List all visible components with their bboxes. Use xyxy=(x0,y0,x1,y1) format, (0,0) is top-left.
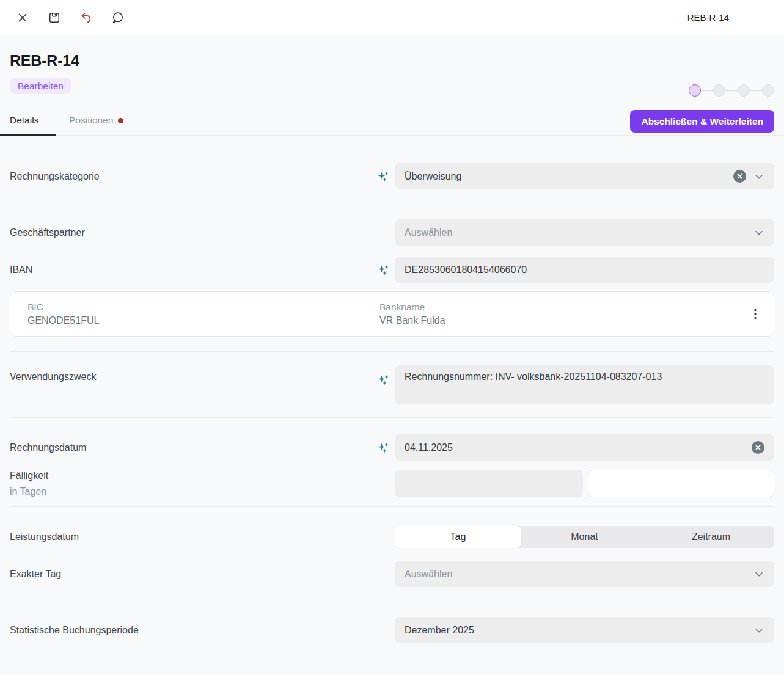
save-button[interactable] xyxy=(48,11,61,24)
iban-input[interactable]: DE28530601804154066070 xyxy=(395,257,774,283)
stepper-step-3[interactable] xyxy=(738,84,750,97)
stepper-connector xyxy=(701,90,713,91)
exakter-tag-label: Exakter Tag xyxy=(10,569,395,580)
section-datum: Rechnungsdatum 04.11.2025 Fälligkeit in … xyxy=(10,418,774,507)
ai-sparkle-icon xyxy=(378,265,389,275)
clear-x-icon xyxy=(755,445,761,450)
bankname-label: Bankname xyxy=(379,301,445,314)
tab-details[interactable]: Details xyxy=(0,109,56,136)
section-buchungsperiode: Statistische Buchungsperiode Dezember 20… xyxy=(10,602,774,643)
bic-label: BIC xyxy=(27,301,379,314)
clear-button[interactable] xyxy=(752,441,764,454)
section-rechnungskategorie: Rechnungskategorie Überweisung xyxy=(10,136,774,203)
chevron-down-icon xyxy=(753,171,764,182)
segment-tag[interactable]: Tag xyxy=(395,526,521,548)
faelligkeit-label-block: Fälligkeit in Tagen xyxy=(10,470,395,497)
segment-zeitraum[interactable]: Zeitraum xyxy=(648,526,774,548)
chevron-down-icon xyxy=(753,227,764,238)
top-toolbar: REB-R-14 xyxy=(0,0,784,35)
page-title: REB-R-14 xyxy=(10,35,774,70)
stepper-connector xyxy=(750,90,762,91)
bank-details-card: BIC GENODE51FUL Bankname VR Bank Fulda xyxy=(10,291,774,337)
bic-block: BIC GENODE51FUL xyxy=(27,301,379,327)
chevron-down-icon xyxy=(753,569,764,580)
faelligkeit-datum-input[interactable] xyxy=(588,470,774,497)
leistungsdatum-segmented-control: Tag Monat Zeitraum xyxy=(395,526,774,548)
tab-positionen[interactable]: Positionen xyxy=(69,109,123,136)
bic-value: GENODE51FUL xyxy=(27,314,379,327)
geschaeftspartner-label: Geschäftspartner xyxy=(10,227,395,238)
exakter-tag-placeholder: Auswählen xyxy=(405,569,753,580)
chevron-down-icon xyxy=(753,625,764,636)
rechnungskategorie-value: Überweisung xyxy=(405,171,733,182)
faelligkeit-label: Fälligkeit xyxy=(10,470,395,481)
section-verwendungszweck: Verwendungszweck Rechnungsnummer: INV- v… xyxy=(10,352,774,418)
tab-details-label: Details xyxy=(10,115,38,126)
iban-label: IBAN xyxy=(10,265,395,275)
unsaved-indicator-dot xyxy=(118,118,123,123)
verwendungszweck-label: Verwendungszweck xyxy=(10,365,395,382)
stepper-step-1[interactable] xyxy=(689,84,701,97)
bank-card-menu-button[interactable] xyxy=(752,306,759,322)
section-leistungsdatum: Leistungsdatum Tag Monat Zeitraum Exakte… xyxy=(10,507,774,602)
rechnungsdatum-label: Rechnungsdatum xyxy=(10,442,395,453)
iban-value: DE28530601804154066070 xyxy=(405,265,764,275)
kebab-menu-icon xyxy=(754,308,757,319)
leistungsdatum-label: Leistungsdatum xyxy=(10,531,395,542)
geschaeftspartner-select[interactable]: Auswählen xyxy=(395,219,774,246)
clear-button[interactable] xyxy=(733,170,746,183)
undo-button[interactable] xyxy=(79,11,93,24)
clear-x-icon xyxy=(737,173,742,179)
comment-button[interactable] xyxy=(111,11,125,24)
exakter-tag-select[interactable]: Auswählen xyxy=(395,561,774,587)
stepper-step-2[interactable] xyxy=(713,84,725,97)
ai-sparkle-icon xyxy=(378,442,389,453)
segment-monat[interactable]: Monat xyxy=(521,526,648,548)
verwendungszweck-value: Rechnungsnummer: INV- volksbank-20251104… xyxy=(405,371,764,382)
ai-sparkle-icon xyxy=(378,374,389,385)
close-button[interactable] xyxy=(16,11,29,24)
rechnungskategorie-select[interactable]: Überweisung xyxy=(395,163,774,189)
faelligkeit-sublabel: in Tagen xyxy=(10,486,395,497)
rechnungsdatum-input[interactable]: 04.11.2025 xyxy=(395,434,774,461)
rechnungsdatum-value: 04.11.2025 xyxy=(405,442,752,453)
verwendungszweck-textarea[interactable]: Rechnungsnummer: INV- volksbank-20251104… xyxy=(395,365,774,404)
buchungsperiode-value: Dezember 2025 xyxy=(405,625,753,636)
close-icon xyxy=(17,12,28,23)
invoice-editor-page: REB-R-14 REB-R-14 Bearbeiten Abschließen… xyxy=(0,0,784,675)
buchungsperiode-select[interactable]: Dezember 2025 xyxy=(395,617,774,643)
geschaeftspartner-placeholder: Auswählen xyxy=(405,227,753,238)
rechnungskategorie-label: Rechnungskategorie xyxy=(10,171,395,182)
section-bankdaten: Geschäftspartner Auswählen IBAN DE285306… xyxy=(10,203,774,352)
buchungsperiode-label: Statistische Buchungsperiode xyxy=(10,625,395,636)
complete-forward-button[interactable]: Abschließen & Weiterleiten xyxy=(630,110,774,133)
faelligkeit-tage-input[interactable] xyxy=(395,470,583,497)
tab-positionen-label: Positionen xyxy=(69,115,113,126)
ai-sparkle-icon xyxy=(378,171,389,182)
bankname-value: VR Bank Fulda xyxy=(379,314,445,327)
toolbar-document-ref: REB-R-14 xyxy=(687,12,729,23)
stepper-step-4[interactable] xyxy=(762,84,774,97)
comment-icon xyxy=(112,12,124,24)
status-badge: Bearbeiten xyxy=(10,78,71,94)
progress-stepper xyxy=(689,84,774,97)
undo-icon xyxy=(80,12,92,24)
save-icon xyxy=(48,12,60,24)
bankname-block: Bankname VR Bank Fulda xyxy=(379,301,445,327)
stepper-connector xyxy=(725,90,738,91)
